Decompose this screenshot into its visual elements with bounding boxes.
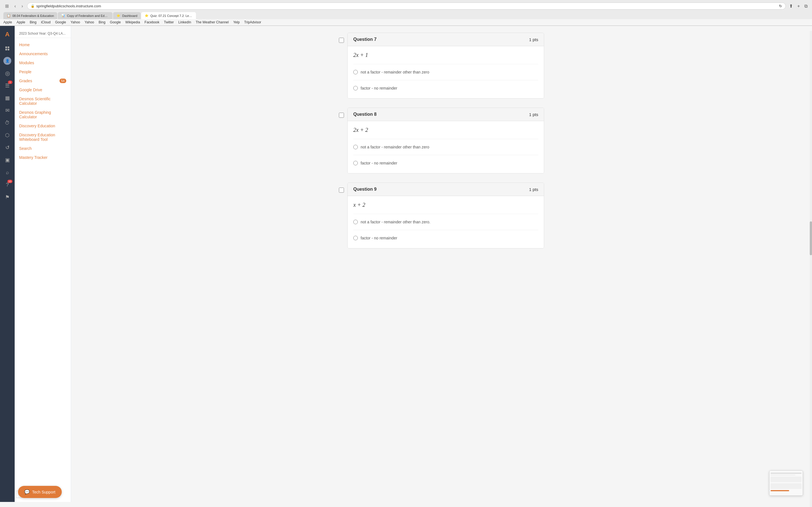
- question-9-body: x + 2 not a factor - remainder other tha…: [348, 196, 544, 248]
- sidebar-icon-media[interactable]: ▣: [2, 154, 13, 166]
- nav-item-desmos-graphing[interactable]: Desmos Graphing Calculator: [15, 108, 71, 121]
- nav-item-modules[interactable]: Modules: [15, 58, 71, 67]
- browser-tab-4[interactable]: ⭐ Quiz: 07.21 Concept 7.2: Let's Practic…: [141, 12, 196, 19]
- scroll-thumb[interactable]: [810, 221, 812, 255]
- question-7-title: Question 7: [353, 37, 377, 42]
- question-8-header: Question 8 1 pts: [348, 108, 544, 121]
- question-9-answer-2[interactable]: factor - no remainder: [353, 233, 538, 242]
- preview-thumbnail-content: [769, 471, 803, 496]
- question-8-checkbox[interactable]: [339, 113, 344, 118]
- bookmark-yahoo1[interactable]: Yahoo: [70, 20, 80, 24]
- address-bar[interactable]: 🔒 springfieldpublicschools.instructure.c…: [27, 3, 786, 10]
- question-8-answer-1[interactable]: not a factor - remainder other than zero: [353, 143, 538, 152]
- nav-sidebar: 2023 School Year: Q3-Q4 LA... Home Annou…: [15, 26, 71, 502]
- question-9-checkbox[interactable]: [339, 187, 344, 193]
- nav-item-search[interactable]: Search: [15, 144, 71, 153]
- bookmark-icloud[interactable]: iCloud: [41, 20, 50, 24]
- help-badge: 10: [7, 180, 12, 183]
- bookmark-yahoo2[interactable]: Yahoo: [85, 20, 94, 24]
- nav-item-mastery-tracker[interactable]: Mastery Tracker: [15, 153, 71, 162]
- sidebar-icon-avatar[interactable]: 👤: [2, 55, 13, 66]
- icon-sidebar: A 👤 ◎ ☰ 1 ▦ ✉ ⏱ ⬡ ↺ ▣ ⌕ ? 10 ⚑: [0, 26, 15, 502]
- question-9-radio-2[interactable]: [353, 236, 358, 240]
- nav-item-home[interactable]: Home: [15, 40, 71, 49]
- sidebar-icon-calendar[interactable]: ▦: [2, 93, 13, 104]
- question-8-radio-2[interactable]: [353, 161, 358, 165]
- share-button[interactable]: ⬆: [788, 2, 794, 10]
- question-7-checkbox[interactable]: [339, 38, 344, 43]
- question-9-answer-1-label: not a factor - remainder other than zero…: [361, 220, 430, 224]
- windows-button[interactable]: ⧉: [803, 3, 809, 10]
- new-tab-button[interactable]: +: [796, 3, 801, 10]
- question-8-radio-1[interactable]: [353, 145, 358, 149]
- bookmark-yelp[interactable]: Yelp: [233, 20, 240, 24]
- question-8-pts: 1 pts: [529, 112, 538, 117]
- nav-item-discovery-whiteboard[interactable]: Discovery Education Whiteboard Tool: [15, 130, 71, 144]
- bookmark-weather[interactable]: The Weather Channel: [196, 20, 229, 24]
- sidebar-icon-dashboard[interactable]: ◎: [2, 68, 13, 79]
- browser-tab-1[interactable]: 📋 08.04 Federalism & Education: [3, 12, 57, 19]
- content-inner: Question 7 1 pts 2x + 1 not a factor - r…: [335, 26, 549, 264]
- browser-tab-2[interactable]: 📊 Copy of Federalism and Education Venn …: [58, 12, 112, 19]
- nav-item-desmos-scientific[interactable]: Desmos Scientific Calculator: [15, 94, 71, 108]
- question-9-radio-1[interactable]: [353, 220, 358, 224]
- tab-title-2: Copy of Federalism and Education Venn Di…: [67, 14, 109, 17]
- bookmark-bing2[interactable]: Bing: [99, 20, 105, 24]
- question-7-radio-2[interactable]: [353, 86, 358, 91]
- nav-item-people[interactable]: People: [15, 67, 71, 76]
- question-8-answer-2[interactable]: factor - no remainder: [353, 159, 538, 168]
- sidebar-icon-clock[interactable]: ⏱: [2, 117, 13, 128]
- question-row-9: Question 9 1 pts x + 2 not a factor - re…: [339, 182, 544, 248]
- browser-toolbar: ⊞ ‹ › 🔒 springfieldpublicschools.instruc…: [0, 0, 812, 12]
- question-7-answer-1[interactable]: not a factor - remainder other than zero: [353, 68, 538, 76]
- forward-button[interactable]: ›: [20, 3, 24, 10]
- bookmark-google1[interactable]: Google: [55, 20, 66, 24]
- question-9-pts: 1 pts: [529, 187, 538, 192]
- question-7-header: Question 7 1 pts: [348, 33, 544, 46]
- bookmark-google2[interactable]: Google: [110, 20, 121, 24]
- back-button[interactable]: ‹: [13, 3, 17, 10]
- sidebar-icon-assignments[interactable]: ☰ 1: [2, 80, 13, 91]
- bookmark-linkedin[interactable]: LinkedIn: [179, 20, 191, 24]
- app-logo[interactable]: A: [2, 29, 12, 40]
- url-text: springfieldpublicschools.instructure.com: [36, 4, 777, 8]
- question-7-answer-1-label: not a factor - remainder other than zero: [361, 70, 429, 74]
- question-7-body: 2x + 1 not a factor - remainder other th…: [348, 46, 544, 98]
- preview-thumbnail: [769, 470, 803, 496]
- tech-support-button[interactable]: 💬 Tech Support: [18, 486, 62, 498]
- bookmark-apple2[interactable]: Apple: [17, 20, 26, 24]
- question-card-7: Question 7 1 pts 2x + 1 not a factor - r…: [347, 33, 544, 99]
- sidebar-icon-help[interactable]: ? 10: [2, 179, 13, 190]
- question-7-radio-1[interactable]: [353, 70, 358, 74]
- sidebar-icon-inbox[interactable]: ✉: [2, 105, 13, 116]
- sidebar-toggle-button[interactable]: ⊞: [3, 2, 10, 10]
- sidebar-icon-pin[interactable]: ⚑: [2, 191, 13, 203]
- question-8-formula: 2x + 2: [353, 127, 538, 133]
- bookmark-apple1[interactable]: Apple: [3, 20, 12, 24]
- nav-item-google-drive[interactable]: Google Drive: [15, 86, 71, 94]
- nav-item-announcements[interactable]: Announcements: [15, 49, 71, 58]
- question-card-9: Question 9 1 pts x + 2 not a factor - re…: [347, 182, 544, 248]
- scroll-track[interactable]: [810, 31, 812, 502]
- question-9-header: Question 9 1 pts: [348, 183, 544, 196]
- tab-title-4: Quiz: 07.21 Concept 7.2: Let's Practice!: [150, 14, 193, 17]
- bookmark-twitter[interactable]: Twitter: [164, 20, 174, 24]
- bookmark-wikipedia[interactable]: Wikipedia: [125, 20, 140, 24]
- tab-title-1: 08.04 Federalism & Education: [12, 14, 54, 17]
- question-8-answer-1-label: not a factor - remainder other than zero: [361, 145, 429, 149]
- question-7-answer-2[interactable]: factor - no remainder: [353, 83, 538, 93]
- bookmark-bing[interactable]: Bing: [30, 20, 36, 24]
- assignments-badge: 1: [8, 80, 12, 84]
- bookmark-tripadvisor[interactable]: TripAdvisor: [244, 20, 261, 24]
- reload-icon[interactable]: ↻: [779, 4, 782, 8]
- sidebar-icon-search[interactable]: ⌕: [2, 167, 13, 178]
- tab-favicon-2: 📊: [61, 14, 65, 17]
- nav-item-discovery-education[interactable]: Discovery Education: [15, 121, 71, 130]
- nav-item-grades[interactable]: Grades 54: [15, 76, 71, 86]
- question-9-answer-1[interactable]: not a factor - remainder other than zero…: [353, 217, 538, 226]
- bookmark-facebook[interactable]: Facebook: [145, 20, 160, 24]
- browser-tab-3[interactable]: ⭐ Dashboard: [113, 12, 141, 19]
- sidebar-icon-grid[interactable]: [2, 43, 13, 54]
- sidebar-icon-connections[interactable]: ⬡: [2, 129, 13, 141]
- sidebar-icon-import[interactable]: ↺: [2, 142, 13, 153]
